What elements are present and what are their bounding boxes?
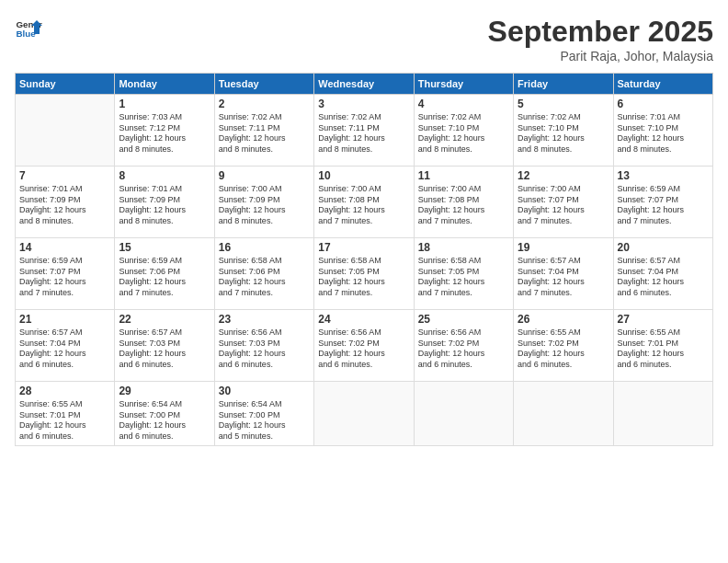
day-info: Sunrise: 7:02 AM Sunset: 7:11 PM Dayligh… — [219, 112, 310, 155]
day-number: 4 — [418, 98, 509, 110]
day-info: Sunrise: 7:00 AM Sunset: 7:09 PM Dayligh… — [219, 184, 310, 227]
day-info: Sunrise: 6:56 AM Sunset: 7:03 PM Dayligh… — [219, 327, 310, 371]
table-row: 1Sunrise: 7:03 AM Sunset: 7:12 PM Daylig… — [115, 95, 214, 167]
day-number: 13 — [618, 169, 709, 182]
day-number: 27 — [618, 313, 709, 326]
day-number: 12 — [518, 169, 609, 182]
day-info: Sunrise: 7:01 AM Sunset: 7:09 PM Dayligh… — [19, 184, 110, 227]
day-info: Sunrise: 7:02 AM Sunset: 7:11 PM Dayligh… — [318, 112, 409, 155]
day-info: Sunrise: 6:54 AM Sunset: 7:00 PM Dayligh… — [119, 399, 210, 442]
page: General Blue September 2025 Parit Raja, … — [0, 0, 728, 563]
table-row: 9Sunrise: 7:00 AM Sunset: 7:09 PM Daylig… — [214, 167, 313, 238]
table-row: 2Sunrise: 7:02 AM Sunset: 7:11 PM Daylig… — [214, 95, 313, 167]
day-info: Sunrise: 7:01 AM Sunset: 7:09 PM Dayligh… — [119, 184, 210, 227]
day-info: Sunrise: 6:59 AM Sunset: 7:07 PM Dayligh… — [618, 184, 709, 227]
day-info: Sunrise: 6:57 AM Sunset: 7:04 PM Dayligh… — [518, 256, 609, 299]
table-row: 15Sunrise: 6:59 AM Sunset: 7:06 PM Dayli… — [115, 238, 214, 310]
day-info: Sunrise: 6:56 AM Sunset: 7:02 PM Dayligh… — [418, 327, 509, 371]
day-info: Sunrise: 6:57 AM Sunset: 7:03 PM Dayligh… — [119, 327, 210, 371]
day-number: 2 — [219, 98, 310, 110]
header: General Blue September 2025 Parit Raja, … — [15, 15, 713, 63]
table-row — [16, 95, 115, 167]
day-info: Sunrise: 7:03 AM Sunset: 7:12 PM Dayligh… — [119, 112, 210, 155]
table-row — [613, 382, 712, 446]
table-row: 3Sunrise: 7:02 AM Sunset: 7:11 PM Daylig… — [314, 95, 414, 167]
day-info: Sunrise: 7:00 AM Sunset: 7:07 PM Dayligh… — [518, 184, 609, 227]
table-row: 13Sunrise: 6:59 AM Sunset: 7:07 PM Dayli… — [613, 167, 712, 238]
col-tuesday: Tuesday — [214, 74, 313, 95]
day-info: Sunrise: 6:55 AM Sunset: 7:01 PM Dayligh… — [618, 327, 709, 371]
day-info: Sunrise: 6:57 AM Sunset: 7:04 PM Dayligh… — [19, 327, 110, 371]
day-number: 18 — [418, 241, 509, 254]
table-row: 12Sunrise: 7:00 AM Sunset: 7:07 PM Dayli… — [514, 167, 613, 238]
table-row: 30Sunrise: 6:54 AM Sunset: 7:00 PM Dayli… — [214, 382, 313, 446]
day-info: Sunrise: 6:59 AM Sunset: 7:06 PM Dayligh… — [119, 256, 210, 299]
day-number: 6 — [618, 98, 709, 110]
day-info: Sunrise: 6:54 AM Sunset: 7:00 PM Dayligh… — [219, 399, 310, 442]
day-number: 3 — [318, 98, 409, 110]
day-number: 7 — [19, 169, 110, 182]
day-info: Sunrise: 7:02 AM Sunset: 7:10 PM Dayligh… — [418, 112, 509, 155]
svg-text:Blue: Blue — [17, 29, 37, 39]
table-row: 26Sunrise: 6:55 AM Sunset: 7:02 PM Dayli… — [514, 310, 613, 382]
table-row: 18Sunrise: 6:58 AM Sunset: 7:05 PM Dayli… — [414, 238, 513, 310]
col-sunday: Sunday — [16, 74, 115, 95]
table-row: 25Sunrise: 6:56 AM Sunset: 7:02 PM Dayli… — [414, 310, 513, 382]
logo: General Blue — [15, 15, 42, 42]
calendar-table: Sunday Monday Tuesday Wednesday Thursday… — [15, 73, 713, 446]
day-number: 15 — [119, 241, 210, 254]
col-monday: Monday — [115, 74, 214, 95]
day-number: 8 — [119, 169, 210, 182]
table-row: 11Sunrise: 7:00 AM Sunset: 7:08 PM Dayli… — [414, 167, 513, 238]
day-info: Sunrise: 6:56 AM Sunset: 7:02 PM Dayligh… — [318, 327, 409, 371]
day-info: Sunrise: 6:59 AM Sunset: 7:07 PM Dayligh… — [19, 256, 110, 299]
day-number: 25 — [418, 313, 509, 326]
table-row: 27Sunrise: 6:55 AM Sunset: 7:01 PM Dayli… — [613, 310, 712, 382]
table-row: 8Sunrise: 7:01 AM Sunset: 7:09 PM Daylig… — [115, 167, 214, 238]
table-row: 19Sunrise: 6:57 AM Sunset: 7:04 PM Dayli… — [514, 238, 613, 310]
day-info: Sunrise: 6:58 AM Sunset: 7:05 PM Dayligh… — [418, 256, 509, 299]
title-block: September 2025 Parit Raja, Johor, Malays… — [488, 15, 713, 63]
table-row: 17Sunrise: 6:58 AM Sunset: 7:05 PM Dayli… — [314, 238, 414, 310]
table-row: 7Sunrise: 7:01 AM Sunset: 7:09 PM Daylig… — [16, 167, 115, 238]
col-saturday: Saturday — [613, 74, 712, 95]
table-row: 14Sunrise: 6:59 AM Sunset: 7:07 PM Dayli… — [16, 238, 115, 310]
day-number: 28 — [19, 385, 110, 397]
day-number: 30 — [219, 385, 310, 397]
month-title: September 2025 — [488, 15, 713, 49]
day-number: 11 — [418, 169, 509, 182]
logo-icon: General Blue — [15, 15, 42, 42]
day-info: Sunrise: 6:55 AM Sunset: 7:02 PM Dayligh… — [518, 327, 609, 371]
day-number: 16 — [219, 241, 310, 254]
table-row — [514, 382, 613, 446]
table-row: 10Sunrise: 7:00 AM Sunset: 7:08 PM Dayli… — [314, 167, 414, 238]
calendar-header-row: Sunday Monday Tuesday Wednesday Thursday… — [16, 74, 713, 95]
table-row: 20Sunrise: 6:57 AM Sunset: 7:04 PM Dayli… — [613, 238, 712, 310]
table-row: 5Sunrise: 7:02 AM Sunset: 7:10 PM Daylig… — [514, 95, 613, 167]
day-info: Sunrise: 7:01 AM Sunset: 7:10 PM Dayligh… — [618, 112, 709, 155]
table-row: 29Sunrise: 6:54 AM Sunset: 7:00 PM Dayli… — [115, 382, 214, 446]
location-subtitle: Parit Raja, Johor, Malaysia — [488, 49, 713, 63]
table-row: 28Sunrise: 6:55 AM Sunset: 7:01 PM Dayli… — [16, 382, 115, 446]
col-wednesday: Wednesday — [314, 74, 414, 95]
day-info: Sunrise: 7:02 AM Sunset: 7:10 PM Dayligh… — [518, 112, 609, 155]
col-friday: Friday — [514, 74, 613, 95]
day-number: 5 — [518, 98, 609, 110]
table-row: 23Sunrise: 6:56 AM Sunset: 7:03 PM Dayli… — [214, 310, 313, 382]
day-info: Sunrise: 6:58 AM Sunset: 7:06 PM Dayligh… — [219, 256, 310, 299]
day-number: 9 — [219, 169, 310, 182]
day-info: Sunrise: 7:00 AM Sunset: 7:08 PM Dayligh… — [418, 184, 509, 227]
table-row: 16Sunrise: 6:58 AM Sunset: 7:06 PM Dayli… — [214, 238, 313, 310]
table-row — [314, 382, 414, 446]
col-thursday: Thursday — [414, 74, 513, 95]
table-row: 6Sunrise: 7:01 AM Sunset: 7:10 PM Daylig… — [613, 95, 712, 167]
day-number: 1 — [119, 98, 210, 110]
table-row: 4Sunrise: 7:02 AM Sunset: 7:10 PM Daylig… — [414, 95, 513, 167]
day-info: Sunrise: 6:57 AM Sunset: 7:04 PM Dayligh… — [618, 256, 709, 299]
day-number: 19 — [518, 241, 609, 254]
day-number: 10 — [318, 169, 409, 182]
day-number: 22 — [119, 313, 210, 326]
day-number: 14 — [19, 241, 110, 254]
table-row: 22Sunrise: 6:57 AM Sunset: 7:03 PM Dayli… — [115, 310, 214, 382]
day-number: 20 — [618, 241, 709, 254]
